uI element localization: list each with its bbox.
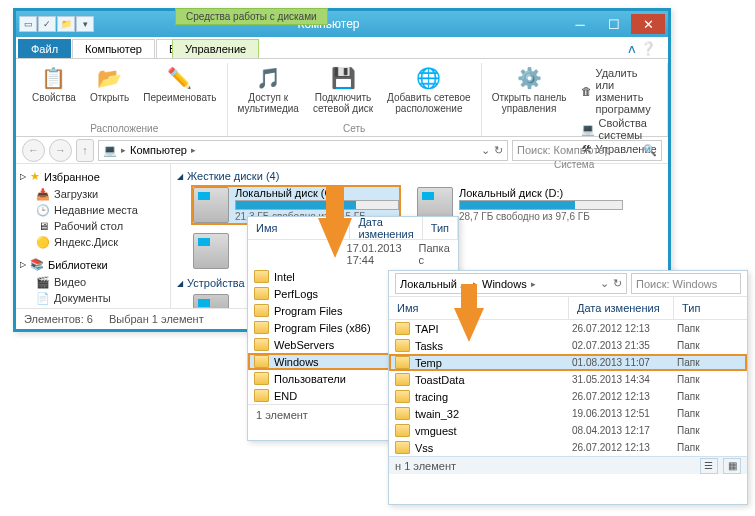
properties-button[interactable]: 📋Свойства xyxy=(26,63,82,105)
arrow-annotation xyxy=(318,218,352,258)
col-type[interactable]: Тип xyxy=(423,217,458,239)
back-button[interactable]: ← xyxy=(22,139,45,162)
addr-dropdown-icon[interactable]: ⌄ xyxy=(600,277,609,290)
nav-video[interactable]: 🎬Видео xyxy=(20,274,166,290)
group-network: Сеть xyxy=(343,123,365,136)
column-headers[interactable]: Имя Дата изменения Тип xyxy=(248,217,458,240)
folder-icon xyxy=(254,270,269,283)
group-location: Расположение xyxy=(90,123,158,136)
list-item[interactable]: twain_3219.06.2013 12:51Папк xyxy=(389,405,747,422)
media-access-button[interactable]: 🎵Доступ к мультимедиа xyxy=(232,63,305,116)
uninstall-link[interactable]: 🗑Удалить или изменить программу xyxy=(581,67,657,115)
nav-yadisk[interactable]: 🟡Яндекс.Диск xyxy=(20,234,166,250)
nav-favorites[interactable]: ▷★Избранное xyxy=(20,170,166,183)
addr-dropdown-icon[interactable]: ⌄ xyxy=(481,144,490,157)
status-text: н 1 элемент xyxy=(395,460,456,472)
tab-file[interactable]: Файл xyxy=(18,39,71,58)
tab-computer[interactable]: Компьютер xyxy=(72,39,155,58)
header-date-val: 17.01.2013 17:44 xyxy=(347,242,419,266)
folder-icon xyxy=(395,407,410,420)
address-bar-row: ← → ↑ 💻 ▸ Компьютер ▸ ⌄ ↻ Поиск: Компьют… xyxy=(16,137,668,164)
dvd-drive[interactable] xyxy=(191,292,251,308)
folder-icon xyxy=(395,373,410,386)
nav-recent[interactable]: 🕒Недавние места xyxy=(20,202,166,218)
section-hdd[interactable]: ◢Жесткие диски (4) xyxy=(177,170,662,182)
forward-button[interactable]: → xyxy=(49,139,72,162)
header-type-val: Папка с xyxy=(419,242,452,266)
folder-icon xyxy=(395,441,410,454)
folder-list-windows: Локальный ... ▸ Windows ▸ ⌄ ↻ Поиск: Win… xyxy=(388,270,748,505)
system-props-link[interactable]: 💻Свойства системы xyxy=(581,117,657,141)
folder-icon xyxy=(395,356,410,369)
status-selection: Выбран 1 элемент xyxy=(109,313,204,325)
list-item[interactable]: tracing26.07.2012 12:13Папк xyxy=(389,388,747,405)
add-network-button[interactable]: 🌐Добавить сетевое расположение xyxy=(381,63,477,116)
list-item[interactable]: Vss26.07.2012 12:13Папк xyxy=(389,439,747,456)
refresh-icon[interactable]: ↻ xyxy=(613,277,622,290)
column-headers[interactable]: Имя Дата изменения Тип xyxy=(389,297,747,320)
chevron-right-icon: ▸ xyxy=(121,145,126,155)
folder-icon xyxy=(395,322,410,335)
refresh-icon[interactable]: ↻ xyxy=(494,144,503,157)
address-bar[interactable]: Локальный ... ▸ Windows ▸ ⌄ ↻ xyxy=(395,273,627,294)
qat-icon[interactable]: ▭ xyxy=(19,16,37,32)
list-item-temp[interactable]: Temp01.08.2013 11:07Папк xyxy=(389,354,747,371)
folder-list[interactable]: TAPI26.07.2012 12:13ПапкTasks02.07.2013 … xyxy=(389,320,747,456)
minimize-button[interactable]: ─ xyxy=(563,14,597,34)
nav-libraries[interactable]: ▷📚Библиотеки xyxy=(20,258,166,271)
col-date[interactable]: Дата изменения xyxy=(350,217,422,239)
breadcrumb-computer[interactable]: Компьютер xyxy=(130,144,187,156)
status-count: Элементов: 6 xyxy=(24,313,93,325)
arrow-annotation xyxy=(454,308,484,342)
tab-manage[interactable]: Управление xyxy=(172,39,259,58)
nav-docs[interactable]: 📄Документы xyxy=(20,290,166,306)
rename-button[interactable]: ✏️Переименовать xyxy=(137,63,222,105)
map-drive-button[interactable]: 💾Подключить сетевой диск xyxy=(307,63,379,116)
view-details-button[interactable]: ☰ xyxy=(700,458,718,474)
open-button[interactable]: 📂Открыть xyxy=(84,63,135,105)
folder-icon xyxy=(254,338,269,351)
folder-icon xyxy=(395,390,410,403)
col-date[interactable]: Дата изменения xyxy=(569,297,674,319)
nav-desktop[interactable]: 🖥Рабочий стол xyxy=(20,218,166,234)
qat-props-icon[interactable]: ✓ xyxy=(38,16,56,32)
address-bar-row: Локальный ... ▸ Windows ▸ ⌄ ↻ Поиск: Win… xyxy=(389,271,747,297)
list-item[interactable]: vmguest08.04.2013 12:17Папк xyxy=(389,422,747,439)
col-type[interactable]: Тип xyxy=(674,297,747,319)
address-bar[interactable]: 💻 ▸ Компьютер ▸ ⌄ ↻ xyxy=(98,140,508,161)
drive-d-name: Локальный диск (D:) xyxy=(459,187,623,199)
qat-dropdown-icon[interactable]: ▾ xyxy=(76,16,94,32)
help-icon[interactable]: ʌ ❔ xyxy=(622,39,662,58)
up-button[interactable]: ↑ xyxy=(76,139,94,162)
dvd-icon xyxy=(193,294,229,308)
list-item[interactable]: TAPI26.07.2012 12:13Папк xyxy=(389,320,747,337)
nav-pane[interactable]: ▷★Избранное 📥Загрузки 🕒Недавние места 🖥Р… xyxy=(16,164,171,308)
drive-c-name: Локальный диск (C:) xyxy=(235,187,399,199)
chevron-right-icon: ▸ xyxy=(531,279,536,289)
view-icons-button[interactable]: ▦ xyxy=(723,458,741,474)
qat-folder-icon[interactable]: 📁 xyxy=(57,16,75,32)
list-item[interactable]: Tasks02.07.2013 21:35Папк xyxy=(389,337,747,354)
folder-icon xyxy=(254,355,269,368)
search-box[interactable]: Поиск: Компьютер🔍 xyxy=(512,140,662,161)
search-box[interactable]: Поиск: Windows xyxy=(631,273,741,294)
ribbon: 📋Свойства 📂Открыть ✏️Переименовать Распо… xyxy=(16,59,668,137)
status-bar: н 1 элемент ☰ ▦ xyxy=(389,456,747,474)
folder-icon xyxy=(254,389,269,402)
nav-pics[interactable]: 🖼Изображения xyxy=(20,306,166,308)
folder-icon xyxy=(395,424,410,437)
folder-icon xyxy=(254,321,269,334)
nav-downloads[interactable]: 📥Загрузки xyxy=(20,186,166,202)
titlebar[interactable]: ▭ ✓ 📁 ▾ Компьютер ─ ☐ ✕ xyxy=(16,11,668,37)
maximize-button[interactable]: ☐ xyxy=(597,14,631,34)
breadcrumb-local[interactable]: Локальный ... xyxy=(400,278,469,290)
list-item[interactable]: ToastData31.05.2013 14:34Папк xyxy=(389,371,747,388)
breadcrumb-windows[interactable]: Windows xyxy=(482,278,527,290)
computer-icon: 💻 xyxy=(103,144,117,157)
folder-icon xyxy=(254,287,269,300)
drive-d-bar xyxy=(459,200,623,210)
search-icon: 🔍 xyxy=(643,144,657,157)
close-button[interactable]: ✕ xyxy=(631,14,665,34)
folder-icon xyxy=(254,304,269,317)
drive-icon xyxy=(193,233,229,269)
